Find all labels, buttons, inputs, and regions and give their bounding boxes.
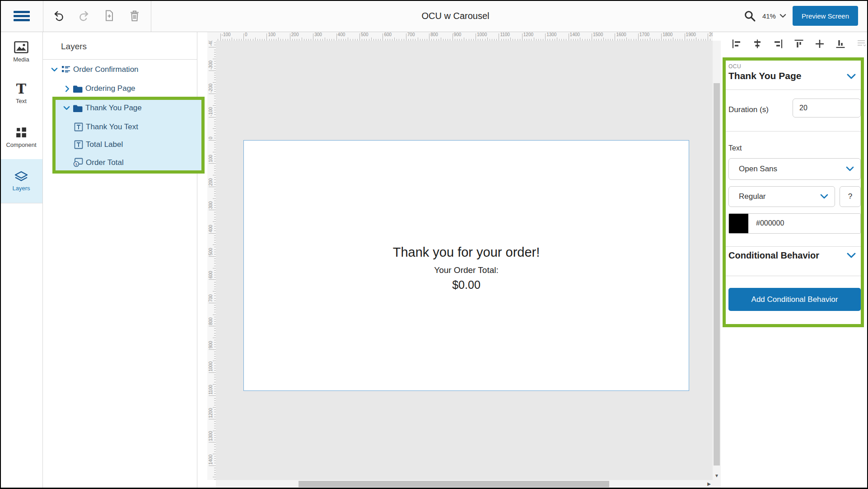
preview-screen-button[interactable]: Preview Screen	[793, 6, 858, 26]
chevron-down-icon	[820, 194, 828, 199]
divider	[726, 276, 861, 276]
color-swatch[interactable]	[729, 214, 748, 233]
text-section-label: Text	[728, 144, 742, 152]
folder-icon	[73, 85, 83, 94]
sidebar-item-layers[interactable]: Layers	[0, 159, 42, 203]
distribute-icon[interactable]	[856, 39, 866, 49]
sidebar-item-media[interactable]: Media	[0, 32, 42, 73]
artboard-thank-you-text[interactable]: Thank you for your order!	[244, 245, 689, 260]
vertical-scrollbar-thumb[interactable]	[714, 83, 720, 465]
vertical-ruler: -400-300-200-100010020030040050060070080…	[207, 41, 216, 480]
font-style-value: Regular	[739, 192, 766, 201]
text-tool-icon: T	[16, 83, 26, 95]
font-style-select[interactable]: Regular	[728, 186, 835, 207]
artboard-total-label[interactable]: Your Order Total:	[244, 265, 689, 275]
align-center-horizontal-icon[interactable]	[752, 39, 762, 49]
conditional-behavior-label: Conditional Behavior	[728, 250, 819, 261]
alignment-toolbar	[732, 39, 866, 49]
divider	[43, 59, 197, 60]
menu-button[interactable]	[0, 0, 43, 32]
app-window: OCU w Carousel 41% Preview Screen	[0, 0, 868, 489]
align-top-icon[interactable]	[794, 39, 804, 49]
folder-icon	[73, 104, 83, 113]
horizontal-ruler: -100010020030040050060070080090010001100…	[216, 32, 713, 41]
inspector-panel: OCU Thank You Page Duration (s) Text Ope…	[721, 32, 868, 489]
duration-input[interactable]	[793, 99, 861, 118]
sidebar-item-label: Text	[16, 98, 27, 104]
screen-list-icon	[61, 65, 71, 74]
component-type-label: OCU	[728, 63, 741, 70]
inspector-title: Thank You Page	[728, 71, 801, 81]
layer-label: Thank You Text	[86, 122, 138, 132]
annotation-highlight-inspector: OCU Thank You Page Duration (s) Text Ope…	[723, 57, 864, 327]
divider	[726, 131, 861, 132]
history-toolbar	[43, 0, 151, 32]
font-family-value: Open Sans	[739, 165, 777, 174]
align-right-icon[interactable]	[773, 39, 783, 49]
layer-label: Order Total	[86, 158, 124, 167]
horizontal-scrollbar[interactable]: ▶	[216, 480, 713, 488]
delete-button[interactable]	[129, 10, 140, 22]
font-size-value: ?	[848, 192, 852, 201]
zoom-search-icon[interactable]	[744, 10, 756, 22]
chevron-down-icon	[779, 14, 786, 18]
add-conditional-behavior-button[interactable]: Add Conditional Behavior	[728, 288, 861, 311]
layer-label: Order Confirmation	[73, 65, 139, 74]
sidebar-item-component[interactable]: Component	[0, 115, 42, 160]
money-icon: $	[73, 158, 83, 167]
chevron-down-icon[interactable]	[846, 252, 856, 259]
color-hex-value: #000000	[756, 219, 784, 227]
chevron-right-icon[interactable]	[63, 85, 71, 93]
chevron-down-icon[interactable]	[50, 66, 58, 74]
artboard[interactable]: Thank you for your order! Your Order Tot…	[243, 140, 689, 391]
layer-label: Thank You Page	[85, 103, 142, 113]
text-layer-icon	[74, 140, 84, 149]
layer-label: Ordering Page	[85, 84, 135, 93]
scrollbar-corner	[713, 480, 721, 488]
top-bar: OCU w Carousel 41% Preview Screen	[0, 0, 868, 32]
chevron-down-icon[interactable]	[62, 104, 70, 112]
layers-panel-title: Layers	[61, 42, 87, 52]
layer-label: Total Label	[86, 140, 123, 149]
sidebar-item-text[interactable]: T Text	[0, 72, 42, 116]
align-left-icon[interactable]	[732, 39, 742, 49]
component-icon	[15, 127, 28, 139]
zoom-level-dropdown[interactable]: 41%	[762, 12, 786, 20]
divider	[726, 89, 861, 90]
tool-rail: Media T Text Component Layers	[0, 32, 43, 489]
sidebar-item-label: Component	[6, 141, 36, 148]
scroll-right-arrow[interactable]: ▶	[707, 481, 711, 486]
chevron-down-icon[interactable]	[846, 73, 856, 80]
align-bottom-icon[interactable]	[835, 39, 845, 49]
zoom-level-value: 41%	[762, 12, 776, 20]
svg-text:$: $	[75, 162, 78, 166]
divider	[726, 246, 861, 247]
chevron-down-icon	[846, 166, 854, 172]
text-layer-icon	[74, 122, 84, 132]
artboard-order-total[interactable]: $0.00	[244, 278, 689, 292]
font-family-select[interactable]: Open Sans	[728, 158, 861, 180]
ruler-corner	[207, 32, 216, 41]
vertical-scrollbar[interactable]: ▼	[713, 41, 721, 480]
redo-button[interactable]	[78, 10, 90, 22]
scroll-down-arrow[interactable]: ▼	[713, 473, 721, 478]
sidebar-item-label: Media	[13, 56, 29, 63]
font-size-input[interactable]: ?	[840, 186, 861, 207]
layers-icon	[14, 171, 28, 182]
duration-label: Duration (s)	[728, 105, 769, 114]
canvas-workspace[interactable]: Thank you for your order! Your Order Tot…	[216, 41, 713, 480]
undo-button[interactable]	[53, 10, 65, 22]
sidebar-item-label: Layers	[12, 185, 30, 192]
horizontal-scrollbar-thumb[interactable]	[299, 481, 609, 487]
topbar-right-controls: 41% Preview Screen	[744, 0, 858, 32]
media-icon	[14, 41, 28, 53]
new-page-button[interactable]	[103, 10, 115, 22]
align-center-both-icon[interactable]	[815, 39, 825, 49]
text-color-control[interactable]: #000000	[728, 213, 861, 234]
